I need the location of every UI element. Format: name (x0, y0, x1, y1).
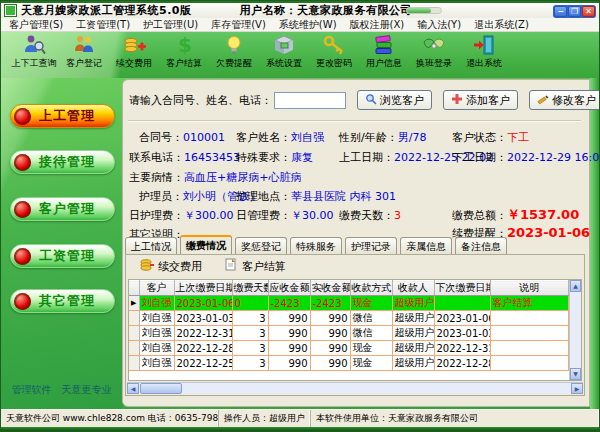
toolbar-arrears-reminder-button[interactable]: 欠费提醒 (209, 34, 259, 78)
modify-customer-button[interactable]: 修改客户 (529, 90, 600, 110)
toolbar-change-password-button[interactable]: 更改密码 (309, 34, 359, 78)
renew-fee-button[interactable]: 续交费用 (140, 258, 202, 274)
tab-actions: 续交费用 客户结算 (126, 255, 584, 277)
tab-beizhu[interactable]: 备注信息 (455, 237, 507, 255)
payment-tab-panel: 续交费用 客户结算 (125, 254, 585, 396)
toolbar: 上下工查询 客户登记 续交费用 $ 客户结算 欠费提醒 系统设置 更改密码 用户 (1, 32, 599, 78)
menu-item-customer[interactable]: 客户管理(S) (9, 18, 63, 32)
titlebar-decoration (406, 7, 442, 14)
header-note[interactable]: 说明 (490, 281, 569, 296)
field-gender-age: 性别/年龄：男/78 (339, 130, 426, 145)
header-indicator (129, 281, 139, 296)
field-customer-status: 客户状态：下工 (452, 130, 529, 145)
bottom-frame (1, 427, 599, 431)
settle-customer-button[interactable]: 客户结算 (224, 258, 286, 274)
search-row: 请输入合同号、姓名、电话： 浏览客户 添加客户 修改客户 ✕ 清除信息 (129, 89, 600, 111)
header-customer[interactable]: 客户 (139, 281, 174, 296)
menu-item-register[interactable]: 版权注册(X) (350, 18, 405, 32)
payments-table: 客户 上次缴费日期 缴费天数 应收金额 实收金额 收款方式 收款人 下次缴费日期… (129, 280, 569, 380)
tab-bar: 上工情况 缴费情况 奖惩登记 特殊服务 护理记录 亲属信息 备注信息 (125, 238, 585, 255)
table-row[interactable]: 刘自强2022-12-31 3990 990微信 超级用户2023-01-03 (129, 326, 569, 341)
toolbar-customer-register-button[interactable]: 客户登记 (59, 34, 109, 78)
system-settings-icon (272, 34, 296, 56)
menubar: 客户管理(S) 工资管理(T) 护工管理(U) 库存管理(V) 系统维护(W) … (1, 18, 599, 32)
search-label: 请输入合同号、姓名、电话： (129, 93, 272, 108)
tab-huli[interactable]: 护理记录 (345, 237, 397, 255)
arrears-reminder-icon (222, 34, 246, 56)
sidebar-button-gongzi[interactable]: 工资管理 (10, 244, 115, 268)
row-indicator-icon: ▶ (129, 296, 139, 311)
menu-item-inventory[interactable]: 库存管理(V) (211, 18, 266, 32)
vertical-scrollbar[interactable]: ▲ ▼ (569, 280, 581, 380)
toolbar-user-info-button[interactable]: 用户信息 (359, 34, 409, 78)
status-company: 天意软件公司 www.chle828.com 电话：0635-7987985/7… (1, 410, 219, 427)
close-button[interactable]: ✕ (582, 6, 595, 17)
app-icon (5, 5, 16, 16)
toolbar-renew-fee-button[interactable]: 续交费用 (109, 34, 159, 78)
statusbar: 天意软件公司 www.chle828.com 电话：0635-7987985/7… (1, 409, 599, 427)
toolbar-work-query-button[interactable]: 上下工查询 (9, 34, 59, 78)
sidebar-footer-label: 管理软件 天意更专业 (1, 383, 122, 397)
menu-item-maintenance[interactable]: 系统维护(W) (279, 18, 337, 32)
main-panel: 请输入合同号、姓名、电话： 浏览客户 添加客户 修改客户 ✕ 清除信息 (122, 79, 590, 407)
tab-jiangcheng[interactable]: 奖惩登记 (235, 237, 287, 255)
table-header-row: 客户 上次缴费日期 缴费天数 应收金额 实收金额 收款方式 收款人 下次缴费日期… (129, 281, 569, 296)
red-lamp-icon (14, 201, 31, 218)
sidebar-button-kehu[interactable]: 客户管理 (10, 197, 115, 221)
header-next-pay-date[interactable]: 下次缴费日期 (434, 281, 490, 296)
h-scroll-thumb[interactable] (140, 383, 182, 394)
toolbar-exit-button[interactable]: 退出系统 (459, 34, 509, 78)
red-lamp-icon (14, 293, 31, 310)
tab-shanggong[interactable]: 上工情况 (125, 237, 177, 255)
status-unit: 本软件使用单位：天意家政服务有限公司 (311, 410, 599, 427)
toolbar-customer-settle-button[interactable]: $ 客户结算 (159, 34, 209, 78)
header-pay-method[interactable]: 收款方式 (350, 281, 392, 296)
menu-item-ime[interactable]: 输入法(Y) (417, 18, 461, 32)
tab-jiaofei[interactable]: 缴费情况 (180, 235, 232, 255)
red-lamp-icon (14, 154, 31, 171)
add-customer-button[interactable]: 添加客户 (443, 90, 518, 110)
field-special-request: 特殊要求：康复 (236, 150, 313, 165)
browse-customer-button[interactable]: 浏览客户 (357, 90, 432, 110)
sidebar-button-qita[interactable]: 其它管理 (10, 289, 115, 313)
worker-search-icon (22, 34, 46, 56)
menu-item-caregiver[interactable]: 护工管理(U) (143, 18, 198, 32)
pencil-icon (537, 93, 549, 108)
scroll-left-button[interactable]: ◀ (127, 383, 139, 394)
header-last-pay-date[interactable]: 上次缴费日期 (174, 281, 232, 296)
change-password-icon (322, 34, 346, 56)
renew-payment-icon (122, 34, 146, 56)
toolbar-system-settings-button[interactable]: 系统设置 (259, 34, 309, 78)
sidebar-button-jiedai[interactable]: 接待管理 (10, 150, 115, 174)
tab-teshu[interactable]: 特殊服务 (290, 237, 342, 255)
table-row[interactable]: 刘自强2023-01-03 3990 990微信 超级用户2023-01-06 (129, 311, 569, 326)
field-paid-days: 缴费天数：3 (339, 208, 401, 223)
restore-button[interactable]: ❐ (568, 6, 581, 17)
header-receivable[interactable]: 应收金额 (268, 281, 310, 296)
red-lamp-icon (14, 248, 31, 265)
payments-table-wrap: 客户 上次缴费日期 缴费天数 应收金额 实收金额 收款方式 收款人 下次缴费日期… (128, 279, 582, 381)
menu-item-exit[interactable]: 退出系统(Z) (474, 18, 529, 32)
table-row[interactable]: ▶ 刘自强2023-01-06 0-2423 -2423现金 超级用户 客户结算 (129, 296, 569, 311)
tab-qinshu[interactable]: 亲属信息 (400, 237, 452, 255)
scroll-down-button[interactable]: ▼ (570, 368, 581, 380)
header-pay-days[interactable]: 缴费天数 (232, 281, 268, 296)
menu-item-salary[interactable]: 工资管理(T) (76, 18, 130, 32)
window-title: 天意月嫂家政派工管理系统5.0版 (21, 3, 192, 18)
table-row[interactable]: 刘自强2022-12-25 3990 990现金 超级用户2022-12-28 (129, 356, 569, 371)
search-input[interactable] (274, 92, 346, 109)
scroll-right-button[interactable]: ▶ (571, 383, 583, 394)
shift-login-icon (422, 34, 446, 56)
table-row[interactable]: 刘自强2022-12-28 3990 990现金 超级用户2022-12-31 (129, 341, 569, 356)
window-controls: − ❐ ✕ (553, 5, 596, 18)
scroll-up-button[interactable]: ▲ (570, 280, 581, 292)
toolbar-shift-login-button[interactable]: 换班登录 (409, 34, 459, 78)
header-received[interactable]: 实收金额 (310, 281, 350, 296)
sidebar-button-shanggong[interactable]: 上工管理 (10, 104, 115, 128)
horizontal-scrollbar[interactable]: ◀ ▶ (127, 382, 583, 394)
plus-icon (451, 93, 463, 108)
header-payee[interactable]: 收款人 (392, 281, 434, 296)
user-info-icon (372, 34, 396, 56)
minimize-button[interactable]: − (554, 6, 567, 17)
red-lamp-icon (14, 108, 31, 125)
